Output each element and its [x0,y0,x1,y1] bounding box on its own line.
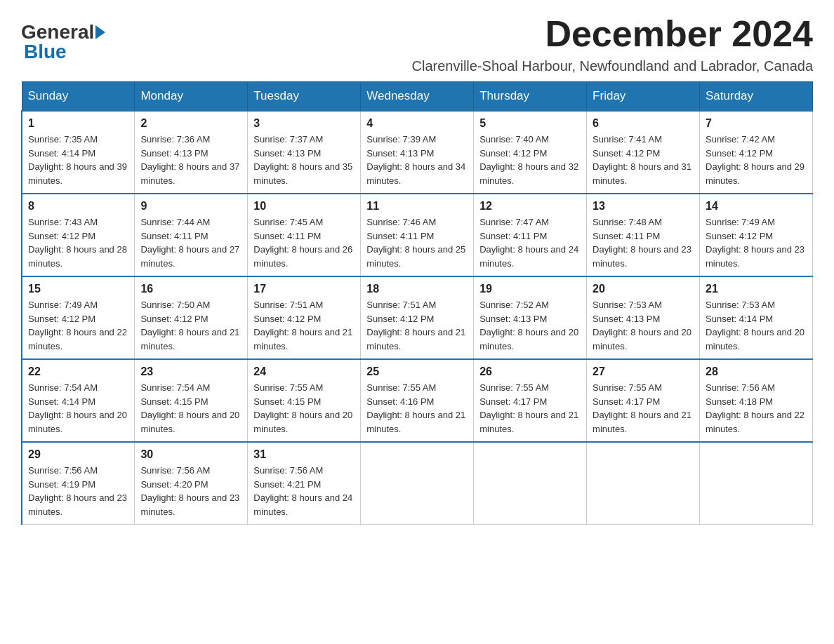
day-number: 21 [706,283,807,295]
calendar-cell: 21Sunrise: 7:53 AMSunset: 4:14 PMDayligh… [700,276,813,359]
calendar-cell: 2Sunrise: 7:36 AMSunset: 4:13 PMDaylight… [135,111,248,194]
calendar-cell: 26Sunrise: 7:55 AMSunset: 4:17 PMDayligh… [474,359,587,442]
day-number: 14 [706,200,807,213]
day-number: 17 [253,283,355,295]
calendar-week-row: 15Sunrise: 7:49 AMSunset: 4:12 PMDayligh… [22,276,813,359]
logo: General Blue [21,21,107,63]
calendar-table: Sunday Monday Tuesday Wednesday Thursday… [21,81,813,525]
day-info: Sunrise: 7:55 AMSunset: 4:17 PMDaylight:… [479,381,581,436]
calendar-cell [700,442,813,525]
day-info: Sunrise: 7:47 AMSunset: 4:11 PMDaylight:… [479,215,581,270]
day-info: Sunrise: 7:49 AMSunset: 4:12 PMDaylight:… [28,298,128,353]
day-info: Sunrise: 7:55 AMSunset: 4:15 PMDaylight:… [253,381,355,436]
calendar-cell: 13Sunrise: 7:48 AMSunset: 4:11 PMDayligh… [587,194,700,276]
calendar-cell: 31Sunrise: 7:56 AMSunset: 4:21 PMDayligh… [248,442,361,525]
col-sunday: Sunday [22,82,135,112]
day-info: Sunrise: 7:40 AMSunset: 4:12 PMDaylight:… [479,133,581,187]
day-info: Sunrise: 7:37 AMSunset: 4:13 PMDaylight:… [253,133,355,187]
calendar-cell: 27Sunrise: 7:55 AMSunset: 4:17 PMDayligh… [587,359,700,442]
calendar-cell: 15Sunrise: 7:49 AMSunset: 4:12 PMDayligh… [22,276,135,359]
day-number: 25 [366,365,468,378]
calendar-cell: 4Sunrise: 7:39 AMSunset: 4:13 PMDaylight… [361,111,474,194]
day-info: Sunrise: 7:42 AMSunset: 4:12 PMDaylight:… [706,133,807,187]
col-wednesday: Wednesday [361,82,474,112]
calendar-cell: 10Sunrise: 7:45 AMSunset: 4:11 PMDayligh… [248,194,361,276]
calendar-cell: 28Sunrise: 7:56 AMSunset: 4:18 PMDayligh… [700,359,813,442]
day-info: Sunrise: 7:50 AMSunset: 4:12 PMDaylight:… [140,298,241,353]
calendar-cell [587,442,700,525]
day-info: Sunrise: 7:45 AMSunset: 4:11 PMDaylight:… [253,215,355,270]
calendar-cell: 6Sunrise: 7:41 AMSunset: 4:12 PMDaylight… [587,111,700,194]
day-info: Sunrise: 7:51 AMSunset: 4:12 PMDaylight:… [253,298,355,353]
day-info: Sunrise: 7:56 AMSunset: 4:21 PMDaylight:… [253,464,355,518]
calendar-cell: 23Sunrise: 7:54 AMSunset: 4:15 PMDayligh… [135,359,248,442]
calendar-cell: 24Sunrise: 7:55 AMSunset: 4:15 PMDayligh… [248,359,361,442]
calendar-cell [474,442,587,525]
day-info: Sunrise: 7:53 AMSunset: 4:14 PMDaylight:… [706,298,807,353]
calendar-cell: 1Sunrise: 7:35 AMSunset: 4:14 PMDaylight… [22,111,135,194]
calendar-week-row: 29Sunrise: 7:56 AMSunset: 4:19 PMDayligh… [22,442,813,525]
day-info: Sunrise: 7:39 AMSunset: 4:13 PMDaylight:… [366,133,468,187]
day-info: Sunrise: 7:36 AMSunset: 4:13 PMDaylight:… [140,133,241,187]
calendar-week-row: 1Sunrise: 7:35 AMSunset: 4:14 PMDaylight… [22,111,813,194]
col-tuesday: Tuesday [248,82,361,112]
day-number: 10 [253,200,355,213]
day-number: 22 [28,365,128,378]
calendar-cell: 25Sunrise: 7:55 AMSunset: 4:16 PMDayligh… [361,359,474,442]
calendar-cell: 7Sunrise: 7:42 AMSunset: 4:12 PMDaylight… [700,111,813,194]
day-number: 26 [479,365,581,378]
calendar-cell [361,442,474,525]
calendar-cell: 19Sunrise: 7:52 AMSunset: 4:13 PMDayligh… [474,276,587,359]
day-info: Sunrise: 7:44 AMSunset: 4:11 PMDaylight:… [140,215,241,270]
calendar-cell: 16Sunrise: 7:50 AMSunset: 4:12 PMDayligh… [135,276,248,359]
calendar-cell: 3Sunrise: 7:37 AMSunset: 4:13 PMDaylight… [248,111,361,194]
day-info: Sunrise: 7:55 AMSunset: 4:17 PMDaylight:… [593,381,694,436]
calendar-cell: 11Sunrise: 7:46 AMSunset: 4:11 PMDayligh… [361,194,474,276]
day-number: 20 [593,283,694,295]
month-title: December 2024 [412,14,813,54]
day-number: 6 [593,117,694,130]
day-number: 9 [140,200,241,213]
day-info: Sunrise: 7:41 AMSunset: 4:12 PMDaylight:… [593,133,694,187]
day-info: Sunrise: 7:54 AMSunset: 4:14 PMDaylight:… [28,381,128,436]
col-monday: Monday [135,82,248,112]
day-number: 13 [593,200,694,213]
col-friday: Friday [587,82,700,112]
day-info: Sunrise: 7:35 AMSunset: 4:14 PMDaylight:… [28,133,128,187]
title-section: December 2024 Clarenville-Shoal Harbour,… [412,14,813,74]
calendar-week-row: 22Sunrise: 7:54 AMSunset: 4:14 PMDayligh… [22,359,813,442]
day-number: 18 [366,283,468,295]
day-number: 7 [706,117,807,130]
calendar-cell: 8Sunrise: 7:43 AMSunset: 4:12 PMDaylight… [22,194,135,276]
day-info: Sunrise: 7:55 AMSunset: 4:16 PMDaylight:… [366,381,468,436]
day-info: Sunrise: 7:54 AMSunset: 4:15 PMDaylight:… [140,381,241,436]
calendar-cell: 20Sunrise: 7:53 AMSunset: 4:13 PMDayligh… [587,276,700,359]
day-number: 2 [140,117,241,130]
location-title: Clarenville-Shoal Harbour, Newfoundland … [412,58,813,74]
logo-arrow-icon [95,25,105,39]
day-number: 3 [253,117,355,130]
day-info: Sunrise: 7:56 AMSunset: 4:19 PMDaylight:… [28,464,128,518]
day-number: 15 [28,283,128,295]
day-info: Sunrise: 7:52 AMSunset: 4:13 PMDaylight:… [479,298,581,353]
col-thursday: Thursday [474,82,587,112]
day-number: 31 [253,448,355,461]
calendar-header-row: Sunday Monday Tuesday Wednesday Thursday… [22,82,813,112]
day-number: 24 [253,365,355,378]
day-info: Sunrise: 7:56 AMSunset: 4:20 PMDaylight:… [140,464,241,518]
calendar-cell: 12Sunrise: 7:47 AMSunset: 4:11 PMDayligh… [474,194,587,276]
day-number: 5 [479,117,581,130]
day-number: 27 [593,365,694,378]
day-number: 28 [706,365,807,378]
day-number: 1 [28,117,128,130]
calendar-cell: 22Sunrise: 7:54 AMSunset: 4:14 PMDayligh… [22,359,135,442]
col-saturday: Saturday [700,82,813,112]
day-number: 8 [28,200,128,213]
day-number: 23 [140,365,241,378]
day-info: Sunrise: 7:46 AMSunset: 4:11 PMDaylight:… [366,215,468,270]
day-number: 19 [479,283,581,295]
calendar-cell: 5Sunrise: 7:40 AMSunset: 4:12 PMDaylight… [474,111,587,194]
calendar-week-row: 8Sunrise: 7:43 AMSunset: 4:12 PMDaylight… [22,194,813,276]
day-number: 16 [140,283,241,295]
day-number: 30 [140,448,241,461]
